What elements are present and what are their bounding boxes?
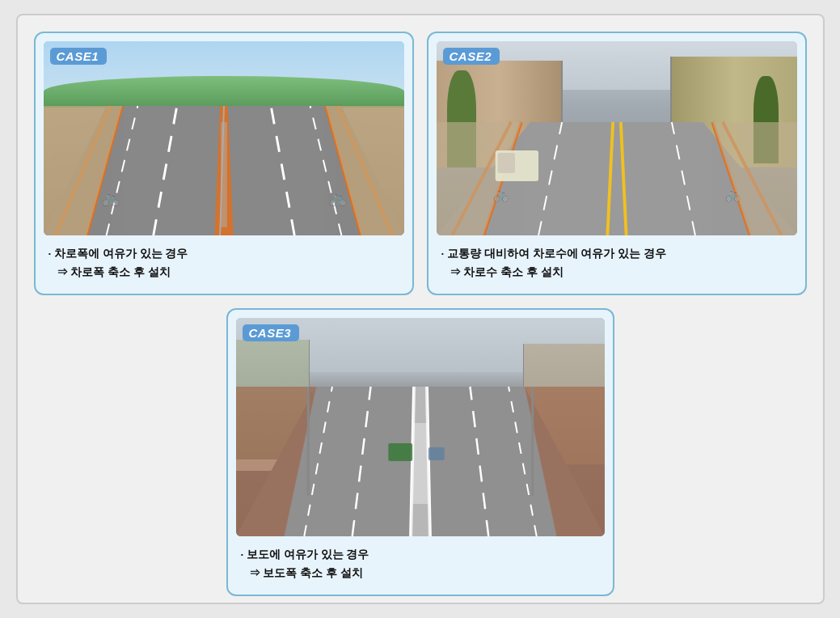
svg-rect-41 — [412, 423, 428, 504]
case3-description: · 보도에 여유가 있는 경우 ⇒ 보도폭 축소 후 설치 — [236, 543, 605, 586]
svg-rect-42 — [388, 443, 412, 461]
road-svg: 🚲 🚲 — [44, 41, 404, 235]
case3-badge: CASE3 — [243, 324, 300, 341]
case2-badge: CASE2 — [443, 48, 500, 65]
case2-description: · 교통량 대비하여 차로수에 여유가 있는 경우 ⇒ 차로수 축소 후 설치 — [437, 242, 797, 286]
svg-text:🚲: 🚲 — [724, 187, 741, 202]
case3-scene: CASE3 — [236, 318, 605, 536]
svg-text:🚲: 🚲 — [328, 189, 347, 207]
case1-scene: 🚲 🚲 CASE1 — [44, 41, 404, 235]
svg-text:🚲: 🚲 — [492, 187, 509, 202]
svg-rect-13 — [221, 122, 227, 227]
case3-image: CASE3 — [236, 318, 605, 536]
svg-rect-43 — [428, 447, 444, 460]
top-row: 🚲 🚲 CASE1 · 차로폭에 여유가 있는 경우 ⇒ 차로폭 축소 후 설치 — [34, 32, 807, 295]
main-container: 🚲 🚲 CASE1 · 차로폭에 여유가 있는 경우 ⇒ 차로폭 축소 후 설치 — [16, 14, 825, 604]
bottom-row: CASE3 · 보도에 여유가 있는 경우 ⇒ 보도폭 축소 후 설치 — [34, 308, 807, 596]
case3-card: CASE3 · 보도에 여유가 있는 경우 ⇒ 보도폭 축소 후 설치 — [226, 308, 614, 596]
case3-road-svg — [236, 318, 605, 536]
case2-image: 🚲 🚲 CASE2 — [437, 41, 797, 235]
case2-card: 🚲 🚲 CASE2 · 교통량 대비하여 차로수에 여유가 있는 경우 ⇒ 차로… — [427, 32, 807, 295]
case1-card: 🚲 🚲 CASE1 · 차로폭에 여유가 있는 경우 ⇒ 차로폭 축소 후 설치 — [34, 32, 414, 295]
svg-text:🚲: 🚲 — [101, 189, 120, 207]
svg-rect-30 — [497, 153, 514, 173]
case2-scene: 🚲 🚲 CASE2 — [437, 41, 797, 235]
case1-badge: CASE1 — [50, 48, 108, 65]
case1-image: 🚲 🚲 CASE1 — [44, 41, 404, 235]
case2-road-svg: 🚲 🚲 — [437, 41, 797, 235]
case1-description: · 차로폭에 여유가 있는 경우 ⇒ 차로폭 축소 후 설치 — [44, 242, 404, 286]
